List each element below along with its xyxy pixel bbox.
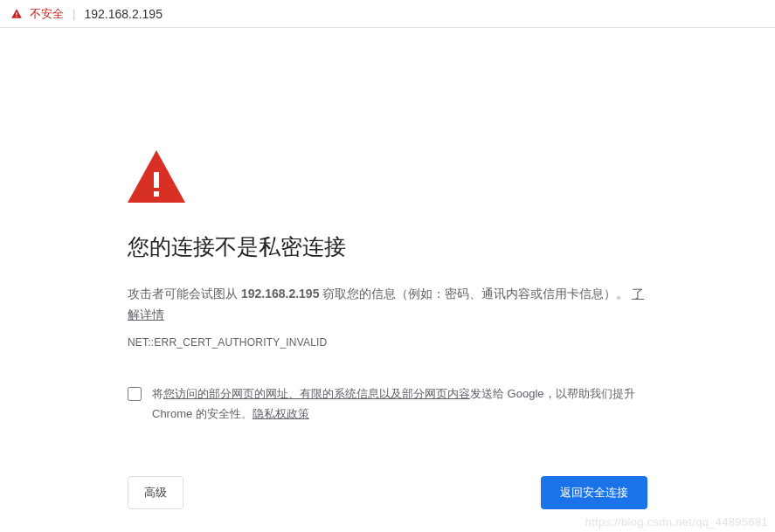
advanced-button[interactable]: 高级 <box>128 476 183 509</box>
privacy-policy-link[interactable]: 隐私权政策 <box>253 407 309 420</box>
watermark-text: https://blog.csdn.net/qq_44895681 <box>585 515 768 529</box>
reporting-checkbox[interactable] <box>128 387 142 401</box>
svg-rect-2 <box>154 172 159 188</box>
svg-rect-3 <box>154 191 159 197</box>
opt-in-text: 将您访问的部分网页的网址、有限的系统信息以及部分网页内容发送给 Google，以… <box>152 383 647 425</box>
warning-triangle-icon <box>10 8 23 20</box>
optin-prefix: 将 <box>152 387 163 400</box>
url-display[interactable]: 192.168.2.195 <box>84 7 163 21</box>
error-code: NET::ERR_CERT_AUTHORITY_INVALID <box>128 336 647 349</box>
security-status-label: 不安全 <box>30 6 64 22</box>
svg-rect-1 <box>16 16 17 17</box>
warning-text-suffix: 窃取您的信息（例如：密码、通讯内容或信用卡信息）。 <box>319 287 628 301</box>
button-row: 高级 返回安全连接 <box>128 476 647 509</box>
warning-description: 攻击者可能会试图从 192.168.2.195 窃取您的信息（例如：密码、通讯内… <box>128 284 647 326</box>
warning-ip: 192.168.2.195 <box>241 287 320 301</box>
address-divider: | <box>73 7 75 20</box>
warning-text-prefix: 攻击者可能会试图从 <box>128 287 241 301</box>
address-bar[interactable]: 不安全 | 192.168.2.195 <box>0 0 775 28</box>
svg-rect-0 <box>16 12 17 15</box>
warning-triangle-icon <box>128 150 185 203</box>
reporting-opt-in: 将您访问的部分网页的网址、有限的系统信息以及部分网页内容发送给 Google，以… <box>128 383 647 425</box>
optin-data-link[interactable]: 您访问的部分网页的网址、有限的系统信息以及部分网页内容 <box>163 387 470 400</box>
back-to-safety-button[interactable]: 返回安全连接 <box>541 476 647 509</box>
page-title: 您的连接不是私密连接 <box>128 232 647 261</box>
ssl-warning-interstitial: 您的连接不是私密连接 攻击者可能会试图从 192.168.2.195 窃取您的信… <box>128 28 647 509</box>
